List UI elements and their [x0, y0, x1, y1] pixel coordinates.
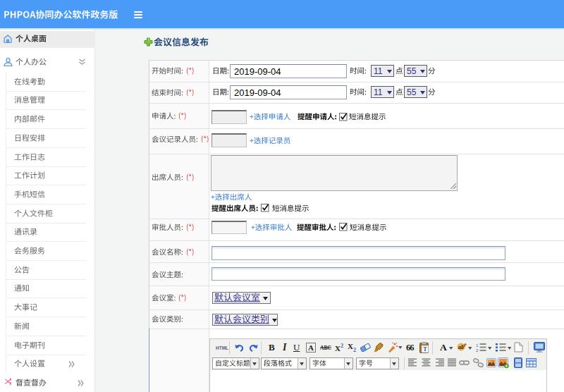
- svg-text:2: 2: [476, 348, 479, 353]
- svg-text:1: 1: [476, 343, 479, 348]
- svg-text:T: T: [423, 346, 427, 353]
